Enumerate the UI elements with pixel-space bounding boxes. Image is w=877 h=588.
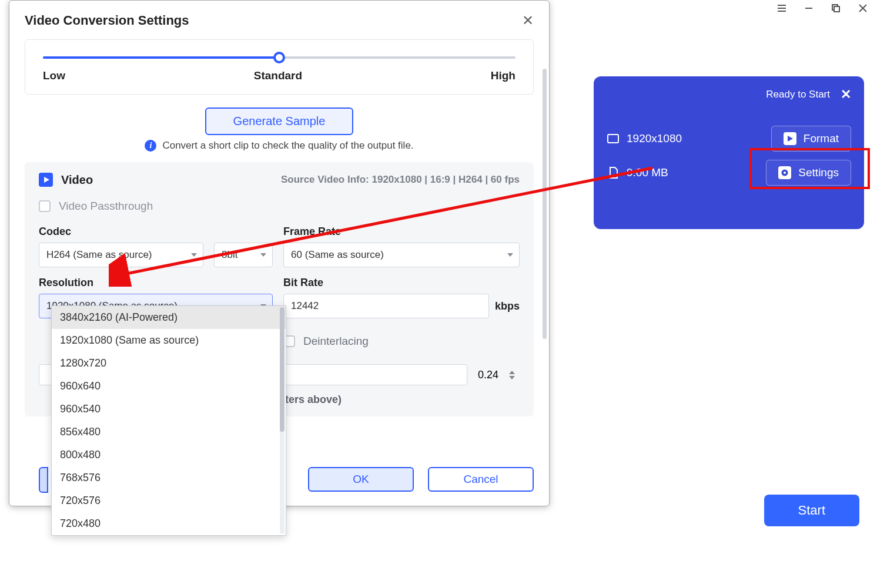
source-video-info: Source Video Info: 1920x1080 | 16:9 | H2… [281,174,520,186]
minimize-icon[interactable] [804,3,814,14]
bitrate-value: 12442 [291,300,319,312]
format-button[interactable]: Format [771,126,851,152]
passthrough-label: Video Passthrough [59,200,153,213]
cancel-button[interactable]: Cancel [428,467,534,492]
resolution-option[interactable]: 720x480 [52,512,286,535]
svg-point-11 [784,172,786,174]
chevron-down-icon [507,253,513,257]
resolution-option[interactable]: 1280x720 [52,352,286,375]
resolution-dropdown: 3840x2160 (AI-Powered) 1920x1080 (Same a… [51,305,286,536]
resolution-option[interactable]: 3840x2160 (AI-Powered) [52,306,286,329]
slider-label-standard: Standard [254,69,302,82]
codec-value: H264 (Same as source) [46,249,152,261]
slider-label-low: Low [43,69,65,82]
quality-slider[interactable] [43,56,516,59]
generate-sample-button[interactable]: Generate Sample [205,107,354,135]
play-icon [784,132,796,145]
resolution-option[interactable]: 960x540 [52,398,286,421]
slider-thumb[interactable] [273,52,285,63]
ok-button[interactable]: OK [308,467,414,492]
resolution-icon [607,132,620,145]
panel-size: 9.00 MB [627,166,668,179]
resolution-label: Resolution [39,277,273,289]
framerate-value: 60 (Same as source) [291,249,384,261]
task-panel: Ready to Start ✕ 1920x1080 Format 9.00 M… [594,76,864,229]
passthrough-checkbox[interactable] [39,200,51,212]
chevron-down-icon [260,253,266,257]
bitdepth-select[interactable]: 8bit [214,243,273,267]
codec-label: Codec [39,226,203,238]
settings-button[interactable]: Settings [766,160,851,186]
slider-label-high: High [491,69,516,82]
panel-resolution: 1920x1080 [627,132,682,145]
start-button[interactable]: Start [764,495,859,526]
numeric-value: 0.24 [474,369,502,381]
resolution-option[interactable]: 768x576 [52,466,286,489]
inner-scrollbar[interactable] [543,69,547,339]
resolution-option[interactable]: 800x480 [52,443,286,466]
close-icon[interactable] [858,3,868,14]
modal-header: Video Conversion Settings ✕ [9,1,549,36]
status-text: Ready to Start [766,89,830,100]
video-icon [39,173,53,187]
filesize-icon [607,166,620,179]
spin-buttons[interactable] [509,371,520,379]
svg-marker-9 [788,136,793,142]
truncated-button[interactable] [39,467,48,493]
bitdepth-value: 8bit [222,249,237,261]
framerate-select[interactable]: 60 (Same as source) [283,243,520,267]
window-chrome [776,3,868,14]
hint-text: Convert a short clip to check the qualit… [162,140,413,152]
framerate-label: Frame Rate [283,226,520,238]
dropdown-scrollbar[interactable] [280,307,284,534]
bitrate-label: Bit Rate [283,277,520,289]
quality-slider-card: Low Standard High [25,39,534,95]
maximize-icon[interactable] [831,3,841,14]
panel-close-icon[interactable]: ✕ [841,87,851,102]
bitrate-unit: kbps [495,300,520,313]
resolution-option[interactable]: 960x640 [52,375,286,398]
resolution-option[interactable]: 720x576 [52,489,286,512]
svg-rect-5 [834,6,839,12]
codec-select[interactable]: H264 (Same as source) [39,243,203,267]
resolution-option[interactable]: 1920x1080 (Same as source) [52,329,286,352]
modal-title: Video Conversion Settings [25,13,189,28]
bitrate-input[interactable]: 12442 [283,294,489,318]
sample-hint: i Convert a short clip to check the qual… [25,140,534,152]
modal-close-icon[interactable]: ✕ [522,12,534,29]
video-heading: Video [61,173,93,187]
resolution-option[interactable]: 856x480 [52,421,286,443]
chevron-down-icon [191,253,197,257]
svg-rect-8 [608,135,618,143]
menu-icon[interactable] [776,3,787,14]
info-icon: i [145,140,156,152]
deinterlacing-label: Deinterlacing [303,335,369,348]
bitdepth-label [214,226,273,238]
gear-icon [778,166,791,179]
settings-label: Settings [798,166,839,179]
format-label: Format [804,132,839,145]
